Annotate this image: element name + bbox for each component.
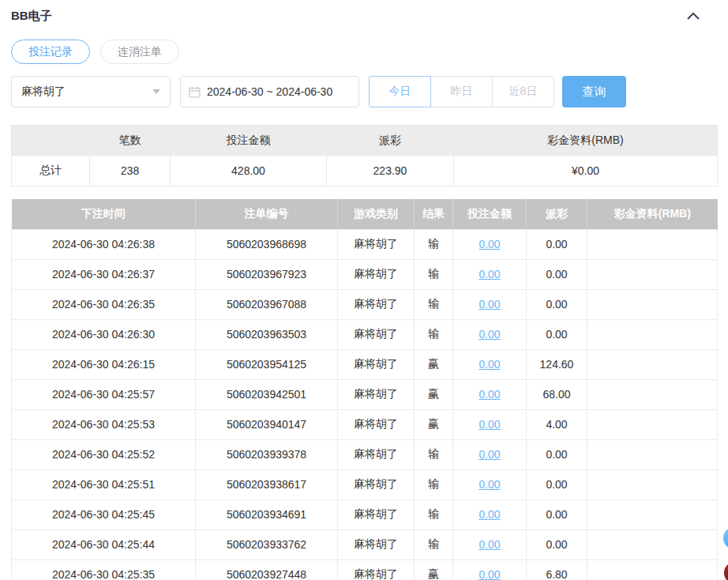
payout-cell: 0.00 bbox=[527, 259, 587, 289]
page-title: BB电子 bbox=[11, 9, 52, 24]
summary-header-empty bbox=[12, 126, 90, 156]
bonus-cell bbox=[587, 259, 718, 289]
bet-amount-cell: 0.00 bbox=[453, 289, 527, 319]
result-cell: 输 bbox=[415, 289, 453, 319]
bet-amount-link[interactable]: 0.00 bbox=[478, 388, 500, 401]
panel-header: BB电子 bbox=[11, 6, 717, 25]
table-row: 2024-06-30 04:25:525060203939378麻将胡了输0.0… bbox=[12, 439, 718, 469]
game-type-cell: 麻将胡了 bbox=[338, 469, 415, 499]
search-button[interactable]: 查询 bbox=[562, 76, 626, 107]
result-cell: 赢 bbox=[415, 559, 453, 580]
bonus-cell bbox=[587, 439, 718, 469]
bet-amount-link[interactable]: 0.00 bbox=[478, 418, 500, 431]
table-row: 2024-06-30 04:25:455060203934691麻将胡了输0.0… bbox=[12, 499, 718, 529]
calendar-icon bbox=[189, 86, 201, 98]
result-cell: 输 bbox=[415, 439, 453, 469]
table-row: 2024-06-30 04:25:445060203933762麻将胡了输0.0… bbox=[12, 529, 718, 559]
range-yesterday-button[interactable]: 昨日 bbox=[430, 76, 493, 107]
game-type-cell: 麻将胡了 bbox=[338, 499, 415, 529]
bet-amount-cell: 0.00 bbox=[453, 469, 527, 499]
table-row: 2024-06-30 04:26:385060203968698麻将胡了输0.0… bbox=[12, 229, 718, 259]
summary-total-payout: 223.90 bbox=[327, 156, 454, 186]
bet-amount-link[interactable]: 0.00 bbox=[478, 238, 500, 250]
summary-total-count: 238 bbox=[90, 156, 171, 186]
result-cell: 输 bbox=[415, 529, 453, 559]
game-type-cell: 麻将胡了 bbox=[338, 409, 415, 439]
collapse-panel-button[interactable] bbox=[684, 6, 703, 25]
payout-cell: 4.00 bbox=[527, 409, 587, 439]
bet-time-cell: 2024-06-30 04:26:30 bbox=[12, 319, 196, 349]
summary-header-bet-amount: 投注金额 bbox=[171, 126, 327, 156]
order-number-cell: 5060203933762 bbox=[196, 529, 338, 559]
bet-amount-link[interactable]: 0.00 bbox=[478, 448, 500, 461]
table-row: 2024-06-30 04:26:375060203967923麻将胡了输0.0… bbox=[12, 259, 718, 289]
bet-amount-cell: 0.00 bbox=[453, 259, 527, 289]
table-row: 2024-06-30 04:25:535060203940147麻将胡了赢0.0… bbox=[12, 409, 718, 439]
bet-amount-cell: 0.00 bbox=[453, 439, 527, 469]
game-select-value: 麻将胡了 bbox=[21, 85, 66, 99]
result-cell: 输 bbox=[415, 319, 453, 349]
table-row: 2024-06-30 04:26:355060203967088麻将胡了输0.0… bbox=[12, 289, 718, 319]
summary-total-row: 总计 238 428.00 223.90 ¥0.00 bbox=[12, 156, 718, 186]
bet-amount-link[interactable]: 0.00 bbox=[478, 478, 500, 491]
bet-amount-link[interactable]: 0.00 bbox=[478, 568, 500, 580]
records-header-result: 结果 bbox=[415, 199, 453, 229]
chevron-up-icon bbox=[687, 12, 700, 20]
game-type-cell: 麻将胡了 bbox=[338, 349, 415, 379]
range-today-button[interactable]: 今日 bbox=[369, 76, 431, 107]
order-number-cell: 5060203954125 bbox=[196, 349, 338, 379]
bonus-cell bbox=[587, 499, 718, 529]
bet-time-cell: 2024-06-30 04:25:52 bbox=[12, 439, 196, 469]
bet-amount-cell: 0.00 bbox=[453, 349, 527, 379]
bet-time-cell: 2024-06-30 04:26:37 bbox=[12, 259, 196, 289]
order-number-cell: 5060203940147 bbox=[196, 409, 338, 439]
range-last8days-button[interactable]: 近8日 bbox=[492, 76, 554, 107]
record-type-tabs: 投注记录 连消注单 bbox=[11, 40, 717, 64]
bet-amount-cell: 0.00 bbox=[453, 229, 527, 259]
table-row: 2024-06-30 04:25:355060203927448麻将胡了赢0.0… bbox=[12, 559, 718, 580]
game-type-cell: 麻将胡了 bbox=[338, 529, 415, 559]
result-cell: 输 bbox=[415, 229, 453, 259]
bonus-cell bbox=[587, 319, 718, 349]
table-row: 2024-06-30 04:25:575060203942501麻将胡了赢0.0… bbox=[12, 379, 718, 409]
bet-time-cell: 2024-06-30 04:25:53 bbox=[12, 409, 196, 439]
bet-time-cell: 2024-06-30 04:26:38 bbox=[12, 229, 196, 259]
game-type-cell: 麻将胡了 bbox=[338, 379, 415, 409]
tab-betting-records[interactable]: 投注记录 bbox=[11, 40, 90, 64]
result-cell: 输 bbox=[415, 469, 453, 499]
bet-amount-link[interactable]: 0.00 bbox=[478, 508, 500, 521]
game-type-cell: 麻将胡了 bbox=[338, 229, 415, 259]
quick-range-group: 今日 昨日 近8日 bbox=[369, 76, 554, 107]
game-type-cell: 麻将胡了 bbox=[338, 319, 415, 349]
result-cell: 赢 bbox=[415, 379, 453, 409]
bonus-cell bbox=[587, 409, 718, 439]
bet-time-cell: 2024-06-30 04:25:35 bbox=[12, 559, 196, 580]
bonus-cell bbox=[587, 379, 718, 409]
bet-amount-link[interactable]: 0.00 bbox=[478, 298, 500, 311]
bet-amount-link[interactable]: 0.00 bbox=[478, 268, 500, 281]
payout-cell: 68.00 bbox=[527, 379, 587, 409]
payout-cell: 124.60 bbox=[527, 349, 587, 379]
summary-total-bonus: ¥0.00 bbox=[454, 156, 718, 186]
result-cell: 输 bbox=[415, 259, 453, 289]
summary-header-count: 笔数 bbox=[90, 126, 171, 156]
summary-total-bet-amount: 428.00 bbox=[171, 156, 327, 186]
date-range-input[interactable]: 2024-06-30 ~ 2024-06-30 bbox=[180, 76, 359, 107]
chevron-down-icon bbox=[152, 89, 160, 94]
game-select[interactable]: 麻将胡了 bbox=[11, 76, 171, 107]
tab-cancelled-orders[interactable]: 连消注单 bbox=[100, 40, 179, 64]
bet-time-cell: 2024-06-30 04:25:44 bbox=[12, 529, 196, 559]
bet-amount-link[interactable]: 0.00 bbox=[478, 328, 500, 341]
bet-time-cell: 2024-06-30 04:26:15 bbox=[12, 349, 196, 379]
bet-amount-cell: 0.00 bbox=[453, 559, 527, 580]
bet-amount-link[interactable]: 0.00 bbox=[478, 538, 500, 551]
table-row: 2024-06-30 04:25:515060203938617麻将胡了输0.0… bbox=[12, 469, 718, 499]
bet-amount-link[interactable]: 0.00 bbox=[478, 358, 500, 371]
bet-amount-cell: 0.00 bbox=[453, 499, 527, 529]
game-type-cell: 麻将胡了 bbox=[338, 289, 415, 319]
table-row: 2024-06-30 04:26:305060203963503麻将胡了输0.0… bbox=[12, 319, 718, 349]
bet-time-cell: 2024-06-30 04:25:45 bbox=[12, 499, 196, 529]
payout-cell: 0.00 bbox=[527, 529, 587, 559]
result-cell: 赢 bbox=[415, 409, 453, 439]
records-header-bonus: 彩金资料(RMB) bbox=[587, 199, 718, 229]
